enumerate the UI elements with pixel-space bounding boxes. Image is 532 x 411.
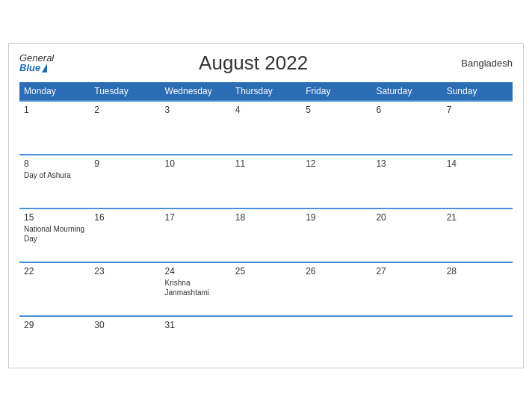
day-number: 6 [376, 105, 437, 115]
day-number: 12 [306, 158, 367, 169]
header-saturday: Saturday [371, 82, 442, 101]
logo-blue-text: Blue [19, 63, 40, 72]
calendar-cell: 17 [161, 208, 231, 262]
day-number: 25 [235, 266, 297, 276]
calendar-cell: 27 [371, 262, 442, 316]
weekday-header-row: Monday Tuesday Wednesday Thursday Friday… [19, 82, 513, 101]
day-number: 15 [24, 212, 85, 223]
day-number: 11 [235, 158, 297, 169]
day-number: 27 [376, 266, 437, 276]
header-tuesday: Tuesday [90, 82, 160, 101]
calendar-grid: Monday Tuesday Wednesday Thursday Friday… [19, 82, 513, 357]
calendar-cell: 18 [231, 208, 301, 262]
day-number: 17 [165, 212, 226, 223]
day-number: 22 [24, 266, 85, 276]
calendar-week-row: 8Day of Ashura91011121314 [19, 155, 513, 208]
header-monday: Monday [19, 82, 90, 101]
calendar-cell: 1 [19, 101, 90, 155]
calendar-cell: 26 [301, 262, 371, 316]
logo-triangle-icon [42, 64, 47, 72]
event-text: Day of Ashura [24, 171, 71, 179]
header-sunday: Sunday [442, 82, 513, 101]
calendar-cell: 31 [161, 316, 231, 357]
calendar-cell: 2 [90, 101, 160, 155]
day-number: 31 [165, 320, 226, 330]
header-thursday: Thursday [231, 82, 301, 101]
day-number: 13 [376, 158, 437, 169]
header-wednesday: Wednesday [161, 82, 231, 101]
day-number: 2 [94, 105, 155, 115]
day-number: 23 [94, 266, 155, 276]
country-label: Bangladesh [453, 58, 513, 69]
calendar-cell: 3 [161, 101, 231, 155]
calendar-cell: 20 [371, 208, 442, 262]
calendar-cell: 25 [231, 262, 301, 316]
calendar-week-row: 293031 [19, 316, 513, 357]
calendar-cell: 24Krishna Janmashtami [161, 262, 231, 316]
calendar-week-row: 222324Krishna Janmashtami25262728 [19, 262, 513, 316]
calendar-cell [442, 316, 513, 357]
calendar-week-row: 1234567 [19, 101, 513, 155]
calendar-title: August 2022 [54, 52, 453, 75]
calendar-cell: 8Day of Ashura [19, 155, 90, 208]
day-number: 7 [447, 105, 508, 115]
calendar-cell: 4 [231, 101, 301, 155]
day-number: 9 [94, 158, 155, 169]
day-number: 26 [306, 266, 367, 276]
calendar-cell [371, 316, 442, 357]
calendar-week-row: 15National Mourning Day161718192021 [19, 208, 513, 262]
day-number: 18 [235, 212, 297, 223]
event-text: Krishna Janmashtami [165, 279, 209, 297]
day-number: 28 [447, 266, 508, 276]
day-number: 19 [306, 212, 367, 223]
calendar-cell: 5 [301, 101, 371, 155]
calendar-header: General Blue August 2022 Bangladesh [19, 52, 513, 75]
calendar-cell: 14 [442, 155, 513, 208]
calendar-cell: 29 [19, 316, 90, 357]
day-number: 21 [447, 212, 508, 223]
logo: General Blue [19, 53, 54, 72]
day-number: 24 [165, 266, 226, 276]
day-number: 1 [24, 105, 85, 115]
day-number: 14 [447, 158, 508, 169]
event-text: National Mourning Day [24, 225, 84, 243]
calendar-cell: 19 [301, 208, 371, 262]
calendar-cell: 23 [90, 262, 160, 316]
day-number: 29 [24, 320, 85, 330]
calendar-cell: 9 [90, 155, 160, 208]
day-number: 16 [94, 212, 155, 223]
calendar-cell: 16 [90, 208, 160, 262]
calendar-cell: 7 [442, 101, 513, 155]
calendar-cell: 28 [442, 262, 513, 316]
calendar-cell: 11 [231, 155, 301, 208]
calendar-cell: 30 [90, 316, 160, 357]
calendar-cell [231, 316, 301, 357]
day-number: 8 [24, 158, 85, 169]
header-friday: Friday [301, 82, 371, 101]
calendar-cell: 10 [161, 155, 231, 208]
calendar-cell: 6 [371, 101, 442, 155]
calendar-cell: 22 [19, 262, 90, 316]
day-number: 30 [94, 320, 155, 330]
day-number: 3 [165, 105, 226, 115]
calendar-cell: 15National Mourning Day [19, 208, 90, 262]
calendar-cell: 12 [301, 155, 371, 208]
calendar-cell: 21 [442, 208, 513, 262]
day-number: 10 [165, 158, 226, 169]
day-number: 20 [376, 212, 437, 223]
calendar-cell [301, 316, 371, 357]
day-number: 4 [235, 105, 297, 115]
day-number: 5 [306, 105, 367, 115]
calendar-container: General Blue August 2022 Bangladesh Mond… [8, 43, 524, 368]
calendar-cell: 13 [371, 155, 442, 208]
